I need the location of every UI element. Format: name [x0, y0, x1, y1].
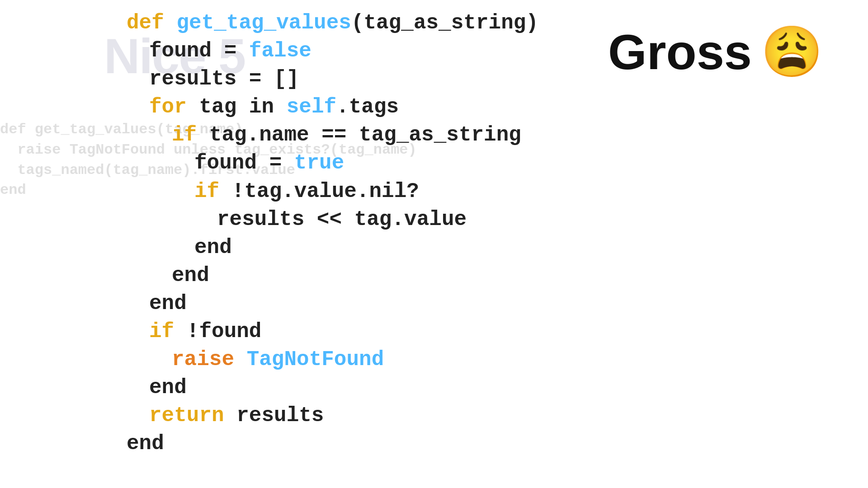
main-code-block: def get_tag_values(tag_as_string)found =… — [0, 0, 868, 488]
code-line: if !found — [127, 318, 868, 346]
code-line: found = true — [127, 149, 868, 177]
code-line: if !tag.value.nil? — [127, 178, 868, 206]
code-line: end — [127, 430, 868, 458]
code-line: end — [127, 374, 868, 402]
code-line: def get_tag_values(tag_as_string) — [127, 9, 868, 37]
code-line: end — [127, 262, 868, 290]
code-line: results << tag.value — [127, 206, 868, 234]
code-line: raise TagNotFound — [127, 346, 868, 374]
code-line: return results — [127, 402, 868, 430]
code-line: end — [127, 290, 868, 318]
code-line: if tag.name == tag_as_string — [127, 121, 868, 149]
code-line: end — [127, 234, 868, 262]
code-line: for tag in self.tags — [127, 93, 868, 121]
code-line: results = [] — [127, 65, 868, 93]
code-line: found = false — [127, 37, 868, 65]
